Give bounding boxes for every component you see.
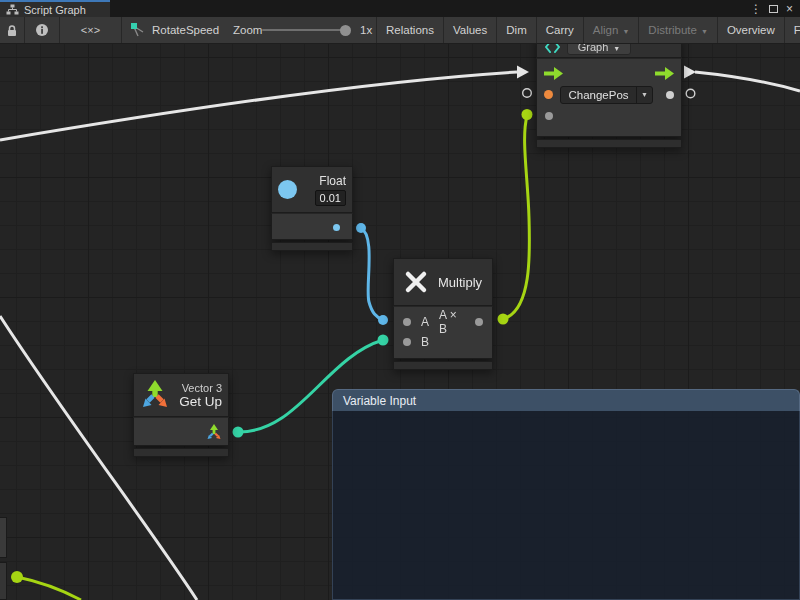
node-graph-unit[interactable]: Graph ▼ ChangePos ▼ xyxy=(536,36,682,148)
multiply-output-port[interactable] xyxy=(475,318,483,326)
group-panel-title: Variable Input xyxy=(343,394,416,408)
script-graph-tab-icon xyxy=(6,4,19,15)
offscreen-node-body[interactable] xyxy=(0,517,7,558)
multiply-node-body: A A × B B xyxy=(393,306,493,359)
distribute-button[interactable]: Distribute ▼ xyxy=(639,17,718,43)
zoom-value-wrap: 1x xyxy=(360,17,372,43)
multiply-node-title: Multiply xyxy=(438,275,482,290)
caret-down-icon: ▼ xyxy=(613,45,620,52)
zoom-slider-track[interactable] xyxy=(262,29,348,31)
window-close-icon[interactable]: × xyxy=(786,0,793,17)
multiply-icon xyxy=(403,269,429,295)
node-float[interactable]: Float 0.01 xyxy=(271,166,353,251)
multiply-input-b-port[interactable] xyxy=(403,338,411,346)
value-input-port[interactable] xyxy=(545,112,553,120)
changepos-dropdown-value: ChangePos xyxy=(561,89,636,101)
multiply-input-a-label: A xyxy=(421,315,429,329)
window-restore-icon[interactable] xyxy=(769,0,778,17)
distribute-label: Distribute xyxy=(648,24,697,36)
graph-node-body: ChangePos ▼ xyxy=(536,58,682,137)
offscreen-node-footer[interactable] xyxy=(0,562,7,600)
node-vector3-get-up[interactable]: Vector 3 Get Up xyxy=(133,373,229,457)
zoom-slider-knob[interactable] xyxy=(340,25,351,36)
dim-button[interactable]: Dim xyxy=(497,17,536,43)
vector3-icon xyxy=(140,379,170,411)
align-button[interactable]: Align ▼ xyxy=(584,17,640,43)
overview-button[interactable]: Overview xyxy=(718,17,785,43)
float-node-title: Float xyxy=(319,174,346,188)
group-panel-body xyxy=(332,411,800,600)
float-type-icon xyxy=(278,180,297,199)
values-button[interactable]: Values xyxy=(444,17,497,43)
zoom-value: 1x xyxy=(360,24,372,36)
float-node-footer xyxy=(271,242,353,251)
multiply-input-a-port[interactable] xyxy=(403,318,411,326)
full-screen-label: Full Screen xyxy=(794,24,800,36)
lock-button[interactable] xyxy=(0,17,25,43)
tab-script-graph[interactable]: Script Graph xyxy=(0,0,110,17)
tab-title: Script Graph xyxy=(24,4,86,16)
graph-reference[interactable]: RotateSpeed xyxy=(130,17,219,43)
changepos-dropdown[interactable]: ChangePos ▼ xyxy=(560,86,653,104)
multiply-node-header: Multiply xyxy=(393,258,493,306)
flow-output-port[interactable] xyxy=(655,67,674,80)
info-button[interactable] xyxy=(25,17,60,43)
zoom-slider[interactable] xyxy=(262,17,348,43)
vector-node-body xyxy=(133,417,229,446)
vector-node-footer xyxy=(133,448,229,457)
relations-button[interactable]: Relations xyxy=(376,17,444,43)
window-tab-bar: Script Graph ⋮ × xyxy=(0,0,800,17)
caret-down-icon: ▼ xyxy=(636,87,652,103)
vector-node-type: Vector 3 xyxy=(182,382,222,394)
relations-label: Relations xyxy=(386,24,434,36)
full-screen-button[interactable]: Full Screen xyxy=(785,17,800,43)
window-menu-icon[interactable]: ⋮ xyxy=(750,0,762,17)
group-panel-variable-input: Variable Input xyxy=(332,389,800,600)
multiply-result-label: A × B xyxy=(439,308,468,336)
zoom-label-wrap: Zoom xyxy=(233,17,262,43)
float-node-body xyxy=(271,213,353,240)
overview-label: Overview xyxy=(727,24,775,36)
graph-node-footer xyxy=(536,139,682,148)
vector-node-title: Get Up xyxy=(179,394,222,409)
info-icon xyxy=(35,23,49,37)
code-toggle-button[interactable]: <×> xyxy=(60,17,122,43)
caret-down-icon: ▼ xyxy=(622,28,629,35)
graph-node-icon xyxy=(130,22,145,38)
multiply-input-b-label: B xyxy=(421,335,429,349)
float-output-port[interactable] xyxy=(333,224,340,231)
node-multiply[interactable]: Multiply A A × B B xyxy=(393,258,493,370)
caret-down-icon: ▼ xyxy=(701,28,708,35)
align-label: Align xyxy=(593,24,619,36)
multiply-node-footer xyxy=(393,361,493,370)
dim-label: Dim xyxy=(506,24,526,36)
values-label: Values xyxy=(453,24,487,36)
vector3-output-port[interactable] xyxy=(206,424,222,441)
float-node-header: Float 0.01 xyxy=(271,166,353,213)
zoom-label: Zoom xyxy=(233,24,262,36)
code-icon: <×> xyxy=(81,24,100,36)
graph-reference-label: RotateSpeed xyxy=(152,24,219,36)
flow-input-port[interactable] xyxy=(544,67,563,80)
variable-input-port[interactable] xyxy=(544,90,553,99)
toolbar-buttons: Relations Values Dim Carry Align ▼ Distr… xyxy=(376,17,800,43)
vector-node-header: Vector 3 Get Up xyxy=(133,373,229,417)
carry-label: Carry xyxy=(546,24,574,36)
lock-icon xyxy=(6,24,18,37)
float-value-input[interactable]: 0.01 xyxy=(315,190,346,206)
value-output-port[interactable] xyxy=(666,91,674,99)
carry-button[interactable]: Carry xyxy=(537,17,584,43)
graph-toolbar: <×> RotateSpeed Zoom 1x Relations Values… xyxy=(0,17,800,44)
group-panel-header[interactable]: Variable Input xyxy=(332,389,800,411)
restore-box xyxy=(769,5,778,13)
